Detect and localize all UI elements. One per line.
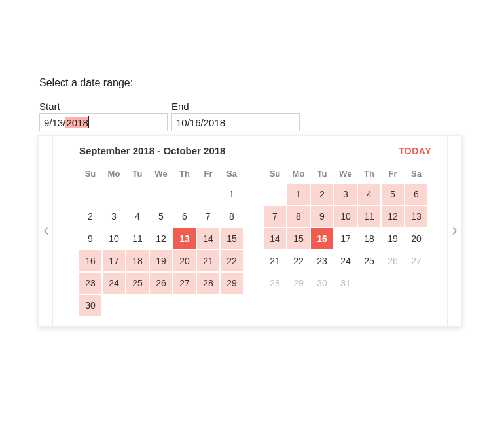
calendar-day[interactable]: 25	[126, 273, 149, 294]
calendar-day[interactable]: 11	[358, 206, 380, 227]
next-month-column	[447, 136, 461, 326]
calendar-day[interactable]: 27	[405, 250, 427, 271]
calendar-day[interactable]: 6	[173, 206, 196, 227]
end-date-input[interactable]: 10/16/2018	[171, 113, 300, 131]
calendar-weekday-header: Sa	[405, 164, 427, 182]
calendar-weekday-header: Mo	[287, 164, 310, 182]
calendar-title: September 2018 - October 2018	[79, 145, 225, 156]
calendar-day[interactable]: 10	[334, 206, 357, 227]
calendar-day[interactable]: 22	[287, 250, 310, 271]
calendar-day[interactable]: 23	[311, 250, 333, 271]
calendar-day[interactable]: 3	[334, 184, 357, 205]
calendar-day[interactable]: 13	[173, 228, 196, 249]
prev-month-column	[39, 136, 53, 326]
calendar-day[interactable]: 2	[311, 184, 333, 205]
start-label: Start	[39, 101, 168, 112]
calendar-day[interactable]: 21	[264, 250, 286, 271]
calendar-day[interactable]: 28	[264, 273, 286, 294]
calendar-day[interactable]: 8	[221, 206, 243, 227]
calendar-day[interactable]: 2	[79, 206, 101, 227]
calendar-day[interactable]: 30	[79, 295, 101, 316]
calendar-day[interactable]: 21	[197, 250, 219, 271]
calendar-day[interactable]: 3	[103, 206, 125, 227]
calendar-day[interactable]: 14	[264, 228, 286, 249]
calendar-day[interactable]: 31	[334, 273, 357, 294]
calendar-day[interactable]: 24	[103, 273, 125, 294]
calendar-day[interactable]: 25	[358, 250, 380, 271]
calendar-day[interactable]: 17	[103, 250, 125, 271]
calendar-day[interactable]: 13	[405, 206, 427, 227]
start-date-value-prefix: 9/13/	[44, 117, 65, 128]
calendar-day[interactable]: 9	[79, 228, 101, 249]
calendar-day[interactable]: 20	[405, 228, 427, 249]
calendar-weekday-header: Su	[79, 164, 101, 182]
calendar-day[interactable]: 23	[79, 273, 101, 294]
start-field: Start 9/13/2018	[39, 101, 168, 131]
chevron-right-icon[interactable]	[448, 222, 461, 241]
calendar-day[interactable]: 5	[382, 184, 404, 205]
calendar-day[interactable]: 29	[221, 273, 243, 294]
calendar-weekday-header: Fr	[197, 164, 219, 182]
calendar-day[interactable]: 18	[126, 250, 149, 271]
calendar-weekday-header: Tu	[126, 164, 149, 182]
end-field: End 10/16/2018	[171, 101, 300, 131]
calendar-day[interactable]: 18	[358, 228, 380, 249]
end-label: End	[171, 101, 300, 112]
calendar-day[interactable]: 11	[126, 228, 149, 249]
calendar-day[interactable]: 19	[382, 228, 404, 249]
text-caret	[88, 116, 89, 128]
calendar-day[interactable]: 7	[264, 206, 286, 227]
calendar-day[interactable]: 6	[405, 184, 427, 205]
calendar-day[interactable]: 10	[103, 228, 125, 249]
calendar-day-empty	[173, 184, 196, 205]
calendar-day[interactable]: 16	[79, 250, 101, 271]
calendar-weekday-header: Tu	[311, 164, 333, 182]
calendar-day[interactable]: 12	[382, 206, 404, 227]
chevron-left-icon[interactable]	[39, 222, 52, 241]
calendar-day[interactable]: 14	[197, 228, 219, 249]
calendar-day[interactable]: 7	[197, 206, 219, 227]
calendar-day[interactable]: 9	[311, 206, 333, 227]
end-date-value: 10/16/2018	[176, 117, 225, 128]
calendar-weekday-header: Th	[173, 164, 196, 182]
prompt-label: Select a date range:	[39, 77, 465, 89]
calendar-day[interactable]: 12	[150, 228, 172, 249]
calendar-weekday-header: We	[150, 164, 172, 182]
calendar-day[interactable]: 4	[126, 206, 149, 227]
start-date-value-selection: 2018	[65, 117, 88, 128]
calendar-day[interactable]: 20	[173, 250, 196, 271]
calendar-day-empty	[197, 184, 219, 205]
calendar-day-empty	[126, 184, 149, 205]
calendar-day-empty	[150, 184, 172, 205]
calendar-day[interactable]: 26	[150, 273, 172, 294]
calendar-day[interactable]: 4	[358, 184, 380, 205]
start-date-input[interactable]: 9/13/2018	[39, 113, 168, 131]
calendar-month: SuMoTuWeThFrSa12345678910111213141516171…	[79, 164, 240, 316]
calendar-day[interactable]: 15	[287, 228, 310, 249]
calendar-day[interactable]: 30	[311, 273, 333, 294]
today-button[interactable]: TODAY	[399, 146, 431, 156]
calendar-weekday-header: Mo	[103, 164, 125, 182]
date-range-fields: Start 9/13/2018 End 10/16/2018	[39, 101, 465, 131]
calendar-day[interactable]: 8	[287, 206, 310, 227]
calendar-body: September 2018 - October 2018 TODAY SuMo…	[53, 136, 447, 326]
calendar-day[interactable]: 5	[150, 206, 172, 227]
calendar-day[interactable]: 28	[197, 273, 219, 294]
calendar-day[interactable]: 19	[150, 250, 172, 271]
calendar-weekday-header: Su	[264, 164, 286, 182]
calendar-day[interactable]: 26	[382, 250, 404, 271]
calendar-day[interactable]: 1	[221, 184, 243, 205]
calendar-day[interactable]: 27	[173, 273, 196, 294]
calendar-day[interactable]: 16	[311, 228, 333, 249]
calendar-day-empty	[264, 184, 286, 205]
calendar-day[interactable]: 29	[287, 273, 310, 294]
calendar-day[interactable]: 15	[221, 228, 243, 249]
calendar-day[interactable]: 17	[334, 228, 357, 249]
calendar-month: SuMoTuWeThFrSa12345678910111213141516171…	[264, 164, 425, 316]
calendar-day[interactable]: 1	[287, 184, 310, 205]
calendar-weekday-header: Sa	[221, 164, 243, 182]
calendar-day[interactable]: 22	[221, 250, 243, 271]
calendar-day[interactable]: 24	[334, 250, 357, 271]
calendar-weekday-header: We	[334, 164, 357, 182]
calendar-weekday-header: Fr	[382, 164, 404, 182]
